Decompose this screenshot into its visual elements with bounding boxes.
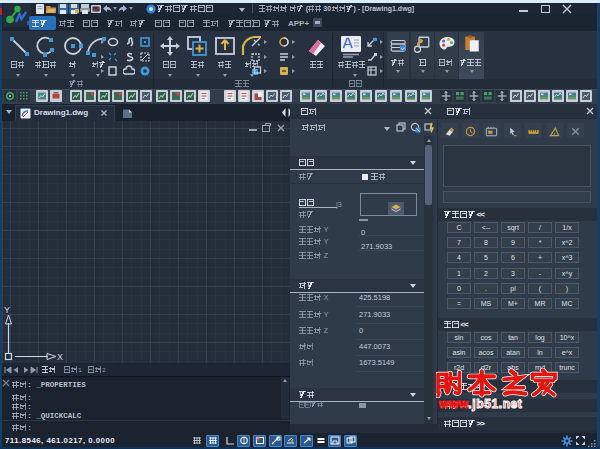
svg-text:Y: Y bbox=[4, 305, 10, 315]
svg-text:X: X bbox=[57, 352, 63, 362]
